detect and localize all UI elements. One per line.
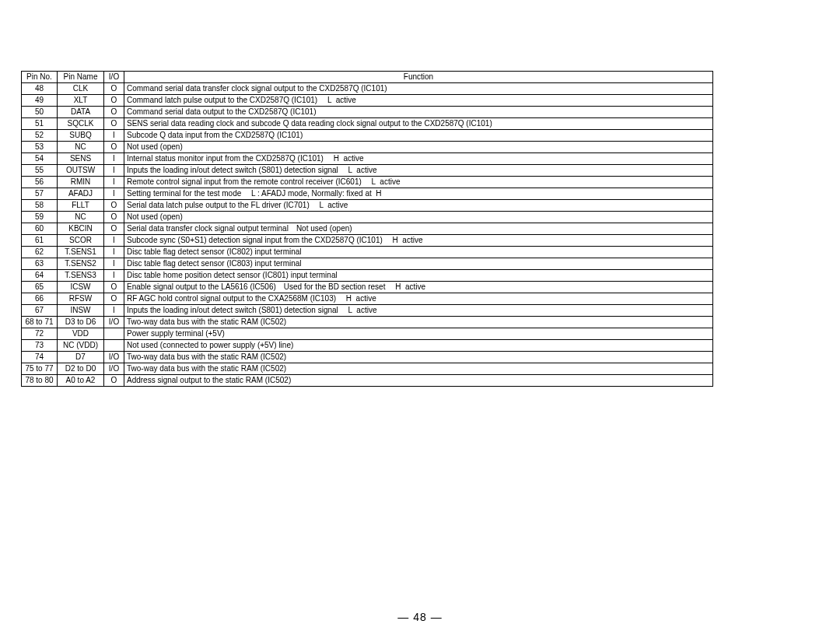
col-header-pinname: Pin Name xyxy=(58,72,104,83)
cell-pinno: 65 xyxy=(22,282,58,293)
cell-io: O xyxy=(104,200,124,212)
cell-io: O xyxy=(104,95,124,107)
cell-io: I xyxy=(104,188,124,200)
cell-function: Not used (open) xyxy=(124,142,713,153)
cell-pinno: 75 to 77 xyxy=(22,363,58,375)
cell-pinname: DATA xyxy=(58,107,104,118)
cell-pinno: 53 xyxy=(22,142,58,153)
cell-pinname: D7 xyxy=(58,352,104,363)
cell-function: Address signal output to the static RAM … xyxy=(124,375,713,387)
table-row: 74D7I/OTwo-way data bus with the static … xyxy=(22,352,713,363)
cell-io: O xyxy=(104,118,124,130)
cell-function: Internal status monitor input from the C… xyxy=(124,153,713,165)
cell-pinno: 66 xyxy=(22,293,58,305)
cell-function: Power supply terminal (+5V) xyxy=(124,328,713,340)
cell-pinname: ICSW xyxy=(58,282,104,293)
cell-pinno: 78 to 80 xyxy=(22,375,58,387)
cell-pinname: SUBQ xyxy=(58,130,104,142)
cell-pinname: FLLT xyxy=(58,200,104,212)
cell-pinno: 62 xyxy=(22,247,58,258)
col-header-io: I/O xyxy=(104,72,124,83)
cell-pinno: 72 xyxy=(22,328,58,340)
cell-pinname: SQCLK xyxy=(58,118,104,130)
cell-io: O xyxy=(104,142,124,153)
cell-pinno: 59 xyxy=(22,212,58,223)
cell-pinno: 55 xyxy=(22,165,58,177)
table-row: 75 to 77D2 to D0I/OTwo-way data bus with… xyxy=(22,363,713,375)
cell-io: O xyxy=(104,293,124,305)
col-header-pinno: Pin No. xyxy=(22,72,58,83)
table-row: 56RMINIRemote control signal input from … xyxy=(22,177,713,188)
cell-pinname: AFADJ xyxy=(58,188,104,200)
cell-io: O xyxy=(104,282,124,293)
cell-pinno: 48 xyxy=(22,83,58,95)
cell-pinname: NC xyxy=(58,142,104,153)
cell-pinname: NC (VDD) xyxy=(58,340,104,352)
cell-function: Two-way data bus with the static RAM (IC… xyxy=(124,352,713,363)
table-row: 72VDDPower supply terminal (+5V) xyxy=(22,328,713,340)
cell-io xyxy=(104,340,124,352)
cell-pinname: D2 to D0 xyxy=(58,363,104,375)
table-row: 59NCONot used (open) xyxy=(22,212,713,223)
table-row: 51SQCLKOSENS serial data reading clock a… xyxy=(22,118,713,130)
cell-function: Remote control signal input from the rem… xyxy=(124,177,713,188)
cell-io: I xyxy=(104,153,124,165)
cell-function: Subcode Q data input from the CXD2587Q (… xyxy=(124,130,713,142)
cell-pinno: 60 xyxy=(22,223,58,235)
cell-pinname: RFSW xyxy=(58,293,104,305)
cell-io: O xyxy=(104,223,124,235)
cell-pinname: SCOR xyxy=(58,235,104,247)
cell-pinname: RMIN xyxy=(58,177,104,188)
cell-io: I xyxy=(104,235,124,247)
table-row: 65ICSWOEnable signal output to the LA561… xyxy=(22,282,713,293)
cell-pinno: 49 xyxy=(22,95,58,107)
cell-io: O xyxy=(104,375,124,387)
cell-function: Subcode sync (S0+S1) detection signal in… xyxy=(124,235,713,247)
table-row: 50DATAOCommand serial data output to the… xyxy=(22,107,713,118)
table-row: 53NCONot used (open) xyxy=(22,142,713,153)
cell-function: Two-way data bus with the static RAM (IC… xyxy=(124,317,713,328)
table-row: 60KBCINOSerial data transfer clock signa… xyxy=(22,223,713,235)
cell-pinname: T.SENS3 xyxy=(58,270,104,282)
cell-io xyxy=(104,328,124,340)
table-row: 78 to 80A0 to A2OAddress signal output t… xyxy=(22,375,713,387)
table-row: 52SUBQISubcode Q data input from the CXD… xyxy=(22,130,713,142)
cell-pinno: 54 xyxy=(22,153,58,165)
cell-pinname: XLT xyxy=(58,95,104,107)
pin-function-table: Pin No. Pin Name I/O Function 48CLKOComm… xyxy=(21,71,713,387)
cell-io: I xyxy=(104,130,124,142)
cell-function: Setting terminal for the test mode L : A… xyxy=(124,188,713,200)
cell-pinname: A0 to A2 xyxy=(58,375,104,387)
cell-function: Not used (connected to power supply (+5V… xyxy=(124,340,713,352)
cell-function: RF AGC hold control signal output to the… xyxy=(124,293,713,305)
cell-function: Disc table home position detect sensor (… xyxy=(124,270,713,282)
table-row: 49XLTOCommand latch pulse output to the … xyxy=(22,95,713,107)
cell-function: Not used (open) xyxy=(124,212,713,223)
cell-function: Inputs the loading in/out detect switch … xyxy=(124,305,713,317)
cell-pinno: 57 xyxy=(22,188,58,200)
cell-pinname: CLK xyxy=(58,83,104,95)
table-row: 58FLLTOSerial data latch pulse output to… xyxy=(22,200,713,212)
cell-io: O xyxy=(104,212,124,223)
table-row: 57AFADJISetting terminal for the test mo… xyxy=(22,188,713,200)
cell-io: I xyxy=(104,177,124,188)
cell-function: Serial data latch pulse output to the FL… xyxy=(124,200,713,212)
cell-pinno: 58 xyxy=(22,200,58,212)
table-row: 68 to 71D3 to D6I/OTwo-way data bus with… xyxy=(22,317,713,328)
cell-pinname: D3 to D6 xyxy=(58,317,104,328)
table-row: 55OUTSWIInputs the loading in/out detect… xyxy=(22,165,713,177)
cell-pinno: 50 xyxy=(22,107,58,118)
cell-io: I xyxy=(104,258,124,270)
cell-function: Two-way data bus with the static RAM (IC… xyxy=(124,363,713,375)
cell-function: Inputs the loading in/out detect switch … xyxy=(124,165,713,177)
cell-pinno: 73 xyxy=(22,340,58,352)
table-row: 64T.SENS3IDisc table home position detec… xyxy=(22,270,713,282)
cell-function: Disc table flag detect sensor (IC803) in… xyxy=(124,258,713,270)
cell-io: I xyxy=(104,247,124,258)
cell-function: SENS serial data reading clock and subco… xyxy=(124,118,713,130)
cell-io: I/O xyxy=(104,363,124,375)
cell-pinname: KBCIN xyxy=(58,223,104,235)
cell-pinno: 51 xyxy=(22,118,58,130)
table-row: 66RFSWORF AGC hold control signal output… xyxy=(22,293,713,305)
cell-function: Serial data transfer clock signal output… xyxy=(124,223,713,235)
